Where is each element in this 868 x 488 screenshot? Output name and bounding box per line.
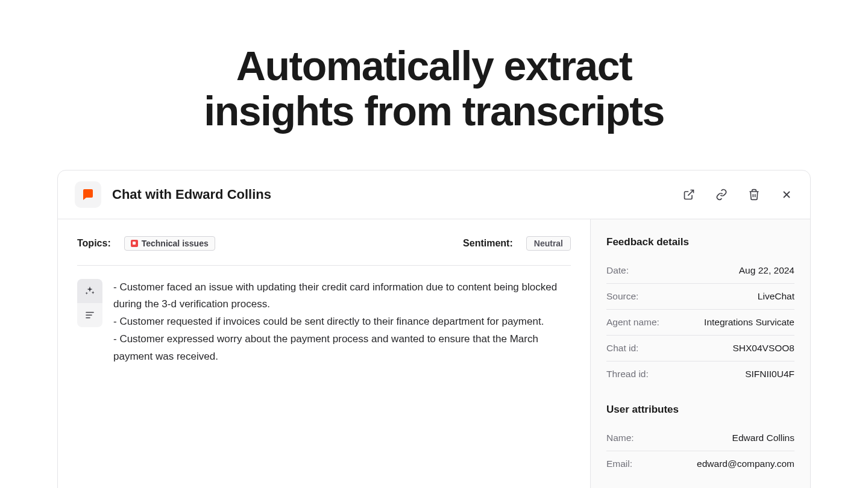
ai-summary-button[interactable] <box>77 279 102 303</box>
summary-line: - Customer expressed worry about the pay… <box>113 331 571 366</box>
close-button[interactable] <box>780 188 793 201</box>
detail-row-threadid: Thread id: SIFNII0U4F <box>606 361 794 387</box>
hero-heading: Automatically extract insights from tran… <box>0 0 868 170</box>
detail-row-chatid: Chat id: SHX04VSOO8 <box>606 336 794 361</box>
summary-line: - Customer faced an issue with updating … <box>113 279 571 314</box>
transcript-view-button[interactable] <box>77 303 102 327</box>
hero-line1: Automatically extract <box>236 43 632 89</box>
delete-button[interactable] <box>747 188 761 201</box>
detail-row-agent: Agent name: Integrations Survicate <box>606 310 794 336</box>
topic-tag-label: Technical issues <box>142 239 209 248</box>
topic-dot-icon <box>131 240 138 247</box>
hero-line2: insights from transcripts <box>204 88 664 134</box>
topics-label: Topics: <box>77 238 111 249</box>
summary-text: - Customer faced an issue with updating … <box>113 279 571 366</box>
summary-line: - Customer requested if invoices could b… <box>113 313 571 331</box>
user-attributes-heading: User attributes <box>606 404 794 416</box>
panel-title: Chat with Edward Collins <box>112 187 671 202</box>
user-attr-name: Name: Edward Collins <box>606 425 794 451</box>
feedback-details-heading: Feedback details <box>606 236 794 248</box>
summary-view-toggle <box>77 279 102 366</box>
detail-row-date: Date: Aug 22, 2024 <box>606 258 794 284</box>
sentiment-label: Sentiment: <box>463 238 513 249</box>
chat-source-icon <box>75 181 101 208</box>
sentiment-tag[interactable]: Neutral <box>526 236 571 251</box>
panel-header: Chat with Edward Collins <box>58 170 810 219</box>
detail-row-source: Source: LiveChat <box>606 284 794 310</box>
topic-tag[interactable]: Technical issues <box>124 236 215 251</box>
transcript-panel: Chat with Edward Collins Topics: <box>57 170 811 488</box>
user-attr-email: Email: edward@company.com <box>606 451 794 477</box>
main-content: Topics: Technical issues Sentiment: Neut… <box>58 219 590 488</box>
open-external-button[interactable] <box>682 188 696 201</box>
copy-link-button[interactable] <box>715 188 728 201</box>
details-sidebar: Feedback details Date: Aug 22, 2024 Sour… <box>590 219 810 488</box>
